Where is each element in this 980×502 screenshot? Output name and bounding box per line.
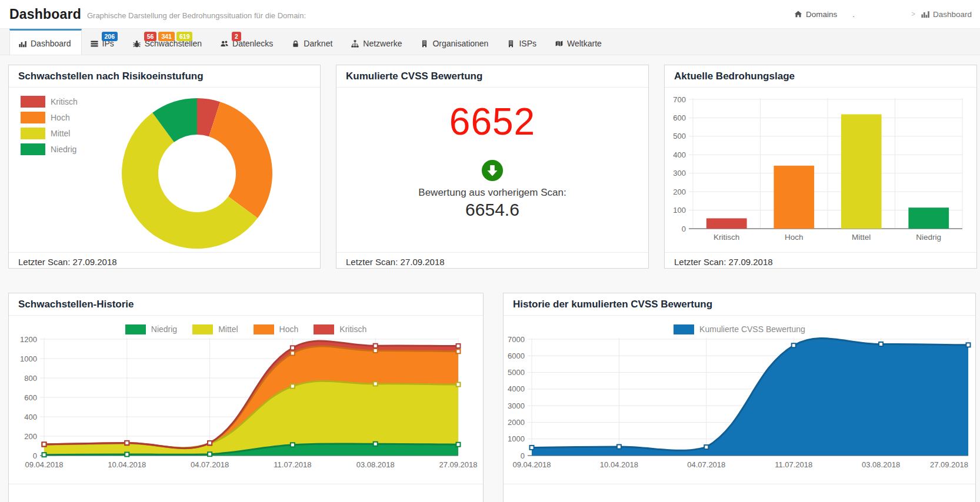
svg-text:03.08.2018: 03.08.2018 [356, 460, 395, 469]
svg-text:0: 0 [521, 451, 525, 460]
card-risk-donut-body: KritischHochMittelNiedrig [9, 88, 320, 252]
tab-badge: 619 [176, 32, 193, 41]
vuln-history-legend: NiedrigMittelHochKritisch [9, 323, 483, 336]
building-icon [507, 40, 515, 48]
tab-weltkarte[interactable]: Weltkarte [546, 29, 612, 55]
tab-schwachstellen[interactable]: 56341619Schwachstellen [124, 29, 212, 55]
legend-item-hoch: Hoch [21, 112, 78, 123]
tab-isps[interactable]: ISPs [498, 29, 546, 55]
last-scan-label: Letzter Scan: 27.09.2018 [336, 252, 648, 271]
tab-darknet[interactable]: Darknet [283, 29, 342, 55]
svg-text:03.08.2018: 03.08.2018 [862, 460, 900, 469]
svg-text:10.04.2018: 10.04.2018 [108, 460, 146, 469]
bar-chart-icon [19, 40, 26, 48]
breadcrumb-current-label: Dashboard [933, 10, 972, 19]
home-icon [794, 10, 802, 18]
bar-chart-svg: 0100200300400500600700KritischHochMittel… [665, 88, 976, 252]
legend-label: Kritisch [51, 97, 78, 106]
cvss-history-chart[interactable]: 0100020003000400050006000700009.04.20181… [504, 336, 975, 477]
svg-text:1000: 1000 [508, 434, 525, 443]
breadcrumb: Domains . > Dashboard [794, 10, 972, 19]
tab-netzwerke[interactable]: Netzwerke [342, 29, 412, 55]
svg-text:04.07.2018: 04.07.2018 [191, 460, 229, 469]
svg-text:300: 300 [673, 169, 686, 178]
card-cvss-header: Kumulierte CVSS Bewertung [336, 65, 648, 88]
arrow-down-circle-icon [481, 159, 504, 182]
card-vuln-history-body: NiedrigMittelHochKritisch 02004006008001… [9, 316, 483, 484]
legend-label: Mittel [51, 129, 70, 138]
svg-text:400: 400 [673, 150, 686, 159]
card-title: Aktuelle Bedrohungslage [674, 71, 967, 82]
tab-label: Netzwerke [363, 39, 402, 48]
breadcrumb-domain-text: . [852, 10, 855, 19]
svg-text:200: 200 [24, 432, 37, 441]
legend-swatch [674, 324, 694, 334]
card-current-threat: Aktuelle Bedrohungslage 0100200300400500… [664, 65, 977, 269]
legend-swatch [125, 324, 146, 334]
tab-ips[interactable]: 206IPs [82, 29, 124, 55]
legend-label: Mittel [218, 324, 238, 334]
svg-text:04.07.2018: 04.07.2018 [687, 460, 725, 469]
tab-dashboard[interactable]: Dashboard [9, 29, 82, 55]
tab-label: ISPs [519, 39, 536, 48]
bar-chart-icon [921, 10, 929, 18]
legend-label: Niedrig [151, 324, 177, 334]
cvss-history-legend: Kumulierte CVSS Bewertung [504, 323, 975, 336]
legend-swatch [21, 96, 45, 108]
legend-label: Niedrig [51, 145, 76, 154]
legend-label: Hoch [51, 113, 70, 122]
tab-badges: 206 [102, 32, 118, 41]
tab-badges: 56341619 [144, 32, 193, 41]
card-cvss-history: Historie der kumulierten CVSS Bewertung … [503, 293, 976, 502]
svg-text:500: 500 [673, 132, 686, 140]
svg-text:1000: 1000 [20, 354, 37, 363]
building-icon [421, 40, 428, 48]
svg-text:7000: 7000 [508, 336, 525, 344]
server-icon [91, 40, 98, 48]
svg-text:800: 800 [24, 374, 37, 383]
bar-kritisch [706, 218, 747, 229]
map-icon [555, 40, 563, 48]
svg-text:2000: 2000 [508, 418, 525, 427]
tab-badge: 341 [158, 32, 175, 41]
breadcrumb-domains-label: Domains [806, 10, 837, 19]
card-current-threat-header: Aktuelle Bedrohungslage [665, 65, 976, 88]
vuln-history-chart[interactable]: 02004006008001000120009.04.201810.04.201… [9, 336, 483, 477]
last-scan-label: Letzter Scan: 27.09.2018 [665, 252, 976, 271]
area-chart-svg: 02004006008001000120009.04.201810.04.201… [9, 336, 483, 477]
svg-text:700: 700 [673, 95, 686, 104]
card-cvss-history-body: Kumulierte CVSS Bewertung 01000200030004… [504, 316, 975, 484]
tab-organisationen[interactable]: Organisationen [412, 29, 498, 55]
threat-bar-chart[interactable]: 0100200300400500600700KritischHochMittel… [665, 88, 976, 252]
svg-text:0: 0 [682, 225, 686, 233]
page-subtitle: Graphische Darstellung der Bedrohungssit… [87, 11, 306, 20]
bar-hoch [774, 166, 814, 229]
previous-scan-value: 6654.6 [465, 200, 519, 220]
svg-text:1200: 1200 [20, 336, 37, 344]
legend-swatch [21, 128, 45, 139]
legend-swatch [254, 324, 274, 334]
card-cvss-history-header: Historie der kumulierten CVSS Bewertung [504, 293, 975, 316]
legend-swatch [314, 324, 334, 334]
svg-text:10.04.2018: 10.04.2018 [600, 460, 638, 469]
svg-text:09.04.2018: 09.04.2018 [512, 460, 551, 469]
svg-text:6000: 6000 [508, 352, 525, 360]
tab-datenlecks[interactable]: 2Datenlecks [212, 29, 283, 55]
card-footer [504, 484, 975, 502]
legend-item-niedrig: Niedrig [21, 143, 78, 155]
svg-text:09.04.2018: 09.04.2018 [25, 460, 63, 469]
tab-label: Darknet [304, 39, 332, 48]
legend-swatch [21, 112, 45, 123]
tab-bar: Dashboard206IPs56341619Schwachstellen2Da… [0, 29, 980, 55]
breadcrumb-domains-link[interactable]: Domains [794, 10, 837, 19]
legend-item-hoch: Hoch [254, 324, 299, 334]
donut-legend: KritischHochMittelNiedrig [21, 96, 78, 155]
page-title: Dashboard [9, 6, 81, 22]
card-title: Schwachstellen nach Risikoeinstufung [18, 71, 311, 82]
tab-badge: 56 [144, 32, 157, 41]
card-risk-donut-header: Schwachstellen nach Risikoeinstufung [9, 65, 320, 88]
svg-text:27.09.2018: 27.09.2018 [439, 460, 477, 469]
tab-badges: 2 [232, 32, 241, 41]
breadcrumb-separator-icon: > [911, 10, 915, 18]
legend-item-mittel: Mittel [21, 128, 78, 139]
